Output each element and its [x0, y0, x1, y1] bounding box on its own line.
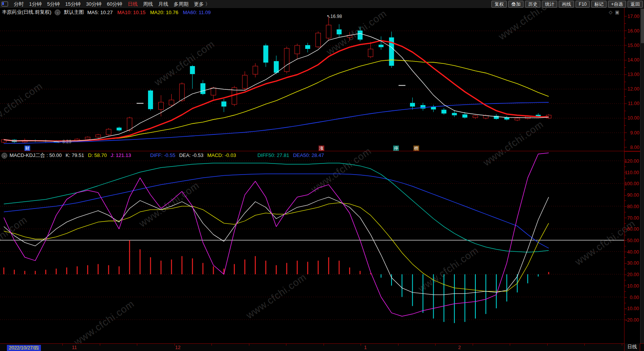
- diamond-icon[interactable]: ◇: [609, 10, 612, 15]
- event-badge[interactable]: 涨: [319, 146, 324, 151]
- date-tick: [249, 344, 249, 346]
- indicator-axis-label: 110.00: [625, 170, 639, 176]
- chart-tool-icons: ◇ ▣: [609, 10, 620, 15]
- period-tab[interactable]: 月线: [156, 1, 171, 7]
- candle[interactable]: [316, 31, 321, 48]
- candle[interactable]: [441, 108, 446, 115]
- main-candlestick-chart[interactable]: [0, 8, 624, 151]
- indicator-axis-label: 80.00: [627, 204, 639, 210]
- candle-body: [106, 129, 111, 134]
- candle-body: [462, 114, 467, 117]
- axis-tick: [624, 189, 626, 190]
- chevron-down-icon[interactable]: ⌄: [55, 10, 60, 15]
- toolbar-button[interactable]: 画线: [559, 1, 574, 8]
- candle[interactable]: [284, 47, 289, 73]
- period-tab[interactable]: 15分钟: [62, 1, 83, 7]
- candle[interactable]: [295, 44, 300, 59]
- period-tab[interactable]: 周线: [140, 1, 156, 7]
- candle[interactable]: [504, 116, 509, 121]
- price-axis-label: 9.00: [630, 130, 639, 136]
- axis-tick: [624, 52, 626, 53]
- date-axis-bar: 2022/10/27/四 111212: [0, 343, 644, 351]
- period-tab[interactable]: 更多 〉: [191, 1, 213, 7]
- event-badge[interactable]: 停: [393, 146, 399, 151]
- candle[interactable]: [148, 89, 153, 111]
- candle[interactable]: [106, 128, 111, 136]
- period-tab[interactable]: 多周期: [171, 1, 191, 7]
- period-tab[interactable]: 30分钟: [83, 1, 104, 7]
- candle[interactable]: [326, 16, 331, 40]
- selected-date[interactable]: 2022/10/27/四: [7, 345, 41, 351]
- right-scrollbar[interactable]: [640, 8, 644, 343]
- axis-tick: [624, 89, 627, 89]
- period-tab[interactable]: 1分钟: [26, 1, 44, 7]
- axis-tick: [624, 297, 627, 298]
- event-badge[interactable]: 榜: [413, 146, 419, 151]
- candle-body: [148, 91, 153, 109]
- period-tab[interactable]: 5分钟: [44, 1, 62, 7]
- candle[interactable]: [379, 36, 384, 50]
- candle[interactable]: [190, 65, 195, 89]
- candle[interactable]: [169, 94, 174, 107]
- axis-tick: [624, 201, 626, 201]
- candle[interactable]: [473, 115, 478, 119]
- candle[interactable]: [305, 43, 310, 52]
- candle-body: [169, 100, 174, 105]
- toolbar-button[interactable]: 复权: [491, 1, 507, 8]
- axis-tick: [624, 235, 626, 235]
- date-tick: [137, 344, 137, 346]
- candle[interactable]: [421, 103, 426, 111]
- candle[interactable]: [347, 32, 352, 41]
- candle[interactable]: [263, 44, 268, 67]
- candle[interactable]: [368, 42, 373, 58]
- candle[interactable]: [232, 86, 237, 106]
- candle-body: [358, 31, 363, 40]
- price-axis-label: 16.00: [628, 28, 639, 34]
- event-badge[interactable]: 财: [24, 146, 30, 151]
- j-line: [4, 153, 549, 316]
- candle[interactable]: [242, 71, 247, 91]
- candle[interactable]: [96, 134, 101, 138]
- main-chart-preset[interactable]: 默认主图: [64, 9, 84, 16]
- axis-tick: [624, 263, 627, 264]
- candle[interactable]: [200, 80, 205, 95]
- candle[interactable]: [85, 136, 90, 140]
- indicator-chart[interactable]: [0, 151, 624, 343]
- toolbar-button[interactable]: 返回: [628, 1, 643, 8]
- candle[interactable]: [431, 105, 436, 112]
- toolbar-button[interactable]: 历史: [525, 1, 540, 8]
- toolbar-button[interactable]: 标记: [591, 1, 607, 8]
- d-line: [4, 203, 549, 291]
- candle[interactable]: [117, 126, 122, 131]
- candle[interactable]: [253, 63, 258, 77]
- layout-icon[interactable]: ▣: [615, 10, 619, 15]
- toolbar-button[interactable]: +自选: [608, 1, 626, 8]
- app-icon[interactable]: [2, 2, 8, 6]
- candle[interactable]: [389, 32, 394, 68]
- date-tick: [547, 344, 548, 346]
- candle-body: [326, 25, 331, 38]
- toolbar: 复权叠加历史统计画线F10标记+自选返回: [491, 1, 644, 8]
- chevron-down-icon[interactable]: ⌄: [2, 153, 7, 159]
- toolbar-button[interactable]: F10: [576, 1, 590, 8]
- axis-tick: [624, 229, 627, 230]
- axis-tick: [624, 125, 626, 126]
- period-tab[interactable]: 分时: [11, 1, 26, 7]
- price-axis-label: 8.00: [630, 144, 639, 150]
- toolbar-button[interactable]: 统计: [542, 1, 557, 8]
- period-tab[interactable]: 日线: [125, 1, 140, 7]
- candle[interactable]: [337, 24, 342, 37]
- toolbar-button[interactable]: 叠加: [508, 1, 524, 8]
- indicator-axis-label: 70.00: [627, 215, 639, 221]
- candle[interactable]: [221, 99, 226, 112]
- candle-body: [284, 49, 289, 72]
- candle[interactable]: [410, 97, 415, 110]
- indicator-value-label: DEA50: 28.47: [293, 152, 324, 158]
- period-tab[interactable]: 60分钟: [104, 1, 125, 7]
- axis-tick: [624, 45, 627, 45]
- pane-divider[interactable]: [0, 151, 640, 151]
- dea50-line: [4, 174, 549, 248]
- scrollbar-thumb[interactable]: [641, 9, 644, 43]
- indicator-axis-label: 100.00: [624, 181, 639, 187]
- axis-tick: [624, 246, 626, 246]
